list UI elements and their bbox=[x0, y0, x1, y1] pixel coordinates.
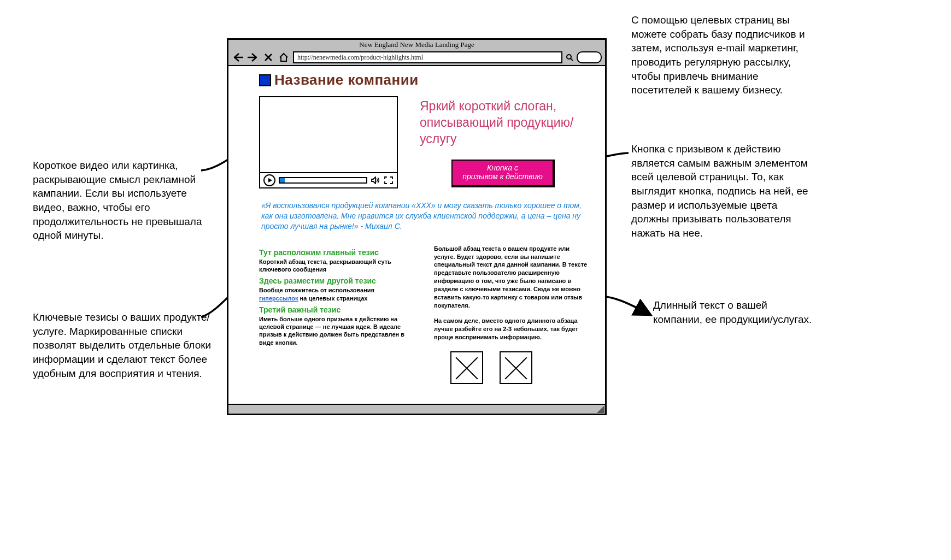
volume-icon[interactable] bbox=[371, 175, 380, 185]
tezis-3-text: Иметь больше одного призыва к действию н… bbox=[259, 315, 412, 346]
forward-button[interactable] bbox=[247, 51, 259, 63]
annotation-cta: Кнопка с призывом к действию является са… bbox=[631, 142, 812, 240]
browser-statusbar bbox=[228, 404, 605, 414]
testimonial-quote: «Я воспользовался продукцией компании «X… bbox=[261, 201, 590, 232]
video-controls bbox=[260, 172, 397, 187]
tezis-2-before: Вообще откажитесь от использования bbox=[259, 287, 374, 293]
tezis-3-heading: Третий важный тезис bbox=[259, 305, 412, 314]
cta-button[interactable]: Кнопка с призывом к действию bbox=[451, 160, 555, 188]
annotation-tezisy: Ключевые тезисы о ваших продукте/услуге.… bbox=[33, 310, 213, 380]
annotation-video: Короткое видео или картинка, раскрывающи… bbox=[33, 158, 208, 243]
play-button[interactable] bbox=[263, 174, 275, 186]
stop-button[interactable] bbox=[262, 51, 274, 63]
tezis-2-heading: Здесь разместим другой тезис bbox=[259, 276, 412, 285]
address-bar[interactable]: http://nenewmedia.com/product-highlights… bbox=[293, 51, 562, 63]
browser-chrome: New England New Media Landing Page http:… bbox=[228, 40, 605, 66]
key-points-column: Тут расположим главный тезис Короткий аб… bbox=[259, 245, 412, 384]
hero-video[interactable] bbox=[259, 96, 398, 188]
tezis-1-heading: Тут расположим главный тезис bbox=[259, 248, 412, 257]
annotation-email-base: С помощью целевых страниц вы можете собр… bbox=[631, 13, 806, 97]
tezis-1-text: Короткий абзац текста, раскрывающий суть… bbox=[259, 258, 412, 274]
long-text-p2: На самом деле, вместо одного длинного аб… bbox=[434, 317, 592, 341]
landing-page: Название компании Яркий короткий слоган,… bbox=[228, 66, 605, 404]
back-button[interactable] bbox=[232, 51, 244, 63]
search-box[interactable] bbox=[577, 51, 602, 63]
image-placeholder-1 bbox=[450, 351, 483, 384]
hero-slogan: Яркий короткий слоган, описывающий проду… bbox=[420, 96, 592, 148]
company-name: Название компании bbox=[274, 72, 419, 89]
fullscreen-icon[interactable] bbox=[384, 175, 394, 185]
image-placeholder-2 bbox=[500, 351, 532, 384]
tezis-2-text: Вообще откажитесь от использования гипер… bbox=[259, 286, 412, 302]
company-logo bbox=[259, 74, 271, 86]
search-icon[interactable] bbox=[566, 51, 573, 63]
annotation-longtext: Длинный текст о вашей компании, ее проду… bbox=[653, 298, 817, 326]
svg-point-0 bbox=[567, 55, 571, 59]
long-text-column: Большой абзац текста о вашем продукте ил… bbox=[434, 245, 592, 384]
resize-handle-icon[interactable] bbox=[597, 405, 604, 413]
progress-track[interactable] bbox=[279, 177, 367, 184]
long-text-p1: Большой абзац текста о вашем продукте ил… bbox=[434, 245, 592, 310]
home-button[interactable] bbox=[278, 51, 290, 63]
tezis-2-after: на целевых страницах bbox=[298, 295, 368, 302]
hyperlink-example[interactable]: гиперссылок bbox=[259, 295, 298, 302]
browser-window: New England New Media Landing Page http:… bbox=[227, 38, 607, 415]
window-title: New England New Media Landing Page bbox=[228, 40, 605, 49]
